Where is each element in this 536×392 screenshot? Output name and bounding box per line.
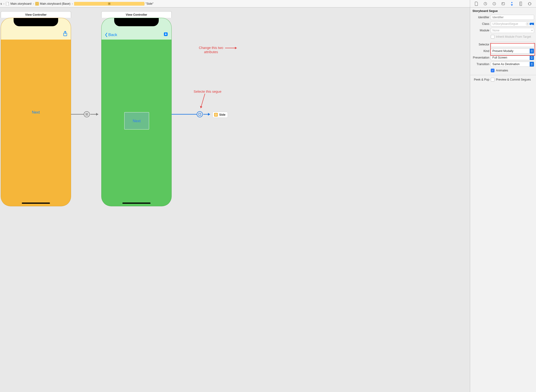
dropdown-caret-icon [530, 62, 534, 66]
device-notch [14, 18, 58, 26]
breadcrumb-seg-root[interactable]: s [0, 2, 2, 5]
kind-value: Present Modally [492, 49, 513, 53]
scene-1-view: Next [1, 18, 71, 206]
download-icon[interactable] [163, 32, 168, 37]
breadcrumb-seg-scene[interactable]: View Controller Scene [74, 2, 103, 5]
row-transition: Transition Same As Destination [470, 61, 536, 67]
inspector-divider [470, 75, 536, 75]
scene-1-device[interactable]: Next [1, 18, 71, 206]
module-combobox[interactable]: None [491, 28, 534, 33]
share-icon[interactable] [63, 31, 67, 37]
scene-2-view: Back Next [101, 18, 171, 206]
scene-2-container-view[interactable]: Next [124, 112, 149, 130]
history-inspector-tab[interactable] [483, 1, 488, 6]
back-button[interactable]: Back [105, 33, 117, 37]
row-class: Class UIStoryboardSegue [470, 21, 536, 27]
breadcrumb-root-suffix: s [0, 2, 2, 5]
dropdown-caret-icon [530, 49, 534, 53]
connections-inspector-tab[interactable] [527, 1, 532, 6]
device-notch [114, 18, 159, 26]
chevron-right-icon: › [3, 2, 4, 5]
label-transition: Transition [470, 62, 489, 66]
identity-inspector-tab[interactable] [501, 1, 506, 6]
breadcrumb-seg-base[interactable]: Main.storyboard (Base) [35, 2, 70, 6]
help-inspector-tab[interactable]: ? [492, 1, 497, 6]
storyboard-canvas[interactable]: View Controller Next [0, 8, 470, 392]
svg-rect-0 [36, 3, 38, 5]
side-scene-chip[interactable]: Side [212, 112, 228, 118]
scene-icon [74, 2, 144, 6]
breadcrumb-seg-file[interactable]: Main.storyboard [6, 2, 31, 6]
svg-point-19 [216, 115, 216, 115]
document-icon [6, 2, 9, 6]
svg-rect-2 [109, 3, 110, 4]
row-presentation: Presentation Full Screen [470, 54, 536, 61]
annotation-change-attrs: Change this two attributes [190, 46, 232, 54]
inspector-panel: ? Storyboard Segue Identifier Class UISt… [470, 0, 536, 392]
inspector-body: Storyboard Segue Identifier Class UIStor… [470, 8, 536, 392]
file-inspector-tab[interactable] [474, 1, 479, 6]
back-label: Back [108, 33, 117, 37]
segue-connector-selected[interactable] [172, 112, 213, 117]
class-combobox[interactable]: UIStoryboardSegue [491, 21, 534, 27]
scene-1-title[interactable]: View Controller [1, 11, 71, 18]
transition-value: Same As Destination [492, 62, 520, 66]
module-placeholder: None [492, 29, 499, 32]
storyboard-file-icon [35, 2, 39, 6]
size-inspector-tab[interactable] [518, 1, 523, 6]
row-identifier: Identifier [470, 14, 536, 21]
scene-2-next-label: Next [133, 119, 141, 123]
segue-node-selected[interactable] [197, 111, 203, 117]
row-selector: Selector [470, 41, 536, 48]
scene-1-next-button[interactable]: Next [32, 110, 40, 114]
dropdown-caret-icon [530, 55, 534, 60]
label-presentation: Presentation [470, 56, 489, 59]
annotation-change-attrs-text: Change this two attributes [199, 46, 223, 54]
identifier-input[interactable] [491, 15, 534, 20]
breadcrumb-file-label: Main.storyboard [10, 2, 31, 5]
peek-pop-label: Preview & Commit Segues [496, 78, 531, 81]
inherit-module-label: Inherit Module From Target [496, 35, 531, 38]
peek-pop-checkbox[interactable] [491, 78, 494, 81]
row-peek-pop: Peek & Pop Preview & Commit Segues [470, 77, 536, 83]
scene-1[interactable]: View Controller Next [1, 11, 71, 206]
svg-text:?: ? [493, 3, 495, 5]
svg-rect-25 [502, 3, 505, 5]
row-inherit-module: Inherit Module From Target [470, 34, 536, 40]
class-placeholder: UIStoryboardSegue [492, 22, 518, 26]
label-peek-pop: Peek & Pop [470, 78, 489, 81]
segue-node-1[interactable] [84, 111, 90, 117]
label-module: Module [470, 29, 489, 32]
chevron-right-icon: › [72, 2, 73, 5]
breadcrumb-base-label: Main.storyboard (Base) [40, 2, 70, 5]
annotation-arrow-down [199, 94, 208, 112]
row-module: Module None [470, 27, 536, 34]
svg-rect-26 [502, 3, 503, 4]
scene-2-device[interactable]: Back Next [101, 18, 172, 206]
presentation-select[interactable]: Full Screen [491, 55, 534, 60]
scene-1-next-label: Next [32, 110, 40, 114]
label-class: Class [470, 22, 489, 26]
breadcrumb: s › Main.storyboard › Main.storyboard (B… [0, 2, 497, 6]
scene-2-title-label: View Controller [126, 13, 147, 16]
kind-select[interactable]: Present Modally [491, 48, 534, 54]
svg-rect-13 [86, 114, 87, 115]
annotation-arrow-right [225, 47, 239, 49]
scene-2[interactable]: View Controller Back Next [101, 11, 172, 206]
transition-select[interactable]: Same As Destination [491, 62, 534, 67]
inspector-tab-bar: ? [470, 0, 536, 8]
animates-checkbox[interactable] [491, 69, 494, 72]
dropdown-caret-icon [530, 23, 534, 25]
annotation-select-segue-text: Selecte this segue [194, 90, 222, 93]
selector-input[interactable] [491, 42, 534, 47]
label-selector: Selector [470, 43, 489, 46]
inherit-module-checkbox[interactable] [491, 35, 494, 39]
inspector-section-label: Storyboard Segue [473, 9, 498, 13]
attributes-inspector-tab[interactable] [509, 1, 514, 6]
side-chip-label: Side [219, 113, 225, 116]
label-kind: Kind [470, 49, 489, 53]
home-indicator [22, 203, 50, 204]
home-indicator [122, 203, 151, 204]
class-clear-icon[interactable] [526, 22, 529, 26]
scene-2-title[interactable]: View Controller [101, 11, 172, 18]
